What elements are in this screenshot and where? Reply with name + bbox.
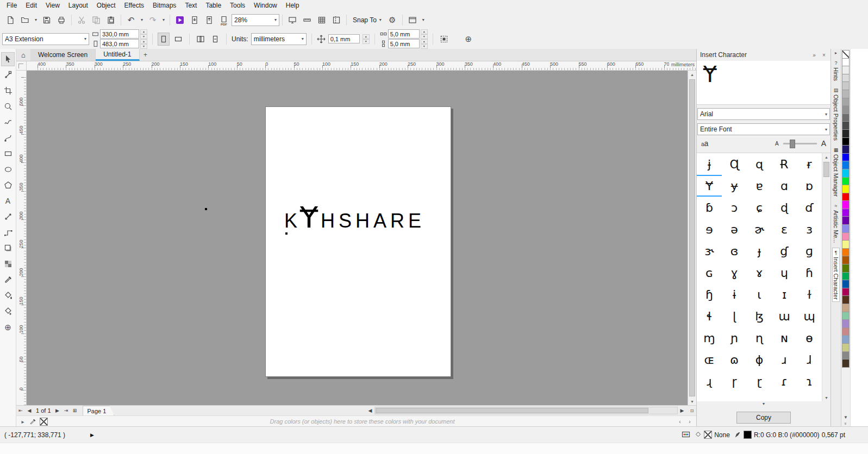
character-cell[interactable]: ɔ bbox=[722, 197, 747, 218]
first-page-button[interactable]: ⇤ bbox=[16, 408, 25, 413]
import-button[interactable] bbox=[188, 13, 202, 27]
palette-swatch[interactable] bbox=[842, 137, 850, 146]
character-cell[interactable]: ɵ bbox=[797, 327, 822, 349]
palette-swatch[interactable] bbox=[842, 90, 850, 98]
application-launcher-dropdown[interactable] bbox=[420, 13, 427, 27]
grid-scroll-thumb[interactable] bbox=[823, 162, 829, 177]
palette-swatch[interactable] bbox=[842, 351, 850, 360]
palette-swatch[interactable] bbox=[842, 359, 850, 368]
docker-tab[interactable]: ? Hints bbox=[833, 59, 839, 83]
palette-swatch[interactable] bbox=[842, 114, 850, 122]
page-width-spinner[interactable] bbox=[140, 29, 147, 39]
palette-swatch[interactable] bbox=[842, 129, 850, 138]
spin-up-icon[interactable] bbox=[140, 29, 147, 34]
palette-swatch[interactable] bbox=[842, 209, 850, 217]
character-cell[interactable]: ɭ bbox=[722, 305, 747, 327]
vertical-ruler[interactable]: 500450400350300250200150100500-50 bbox=[16, 71, 27, 405]
palette-expand-button[interactable]: » bbox=[842, 423, 849, 425]
palette-scroll-down-button[interactable]: ▼ bbox=[844, 414, 848, 420]
drawing-canvas[interactable]: K Ɏ HSHARE bbox=[27, 71, 688, 405]
character-cell[interactable]: ɲ bbox=[722, 327, 747, 349]
docker-tab[interactable]: ≈ Artistic Me... bbox=[833, 201, 839, 245]
character-cell[interactable]: ɿ bbox=[797, 370, 822, 392]
nudge-distance-input[interactable]: 0,1 mm bbox=[328, 34, 360, 43]
paste-button[interactable] bbox=[104, 13, 118, 27]
ellipse-tool[interactable] bbox=[1, 162, 15, 176]
parallel-dimension-tool[interactable] bbox=[1, 210, 15, 224]
zoom-tool[interactable] bbox=[1, 99, 15, 114]
drop-shadow-tool[interactable] bbox=[1, 241, 15, 255]
character-cell[interactable]: ɕ bbox=[747, 197, 772, 218]
character-cell[interactable]: ɖ bbox=[772, 197, 797, 218]
menu-item[interactable]: Window bbox=[249, 1, 282, 10]
artistic-media-tool[interactable] bbox=[1, 131, 15, 145]
duplicate-y-input[interactable]: 5,0 mm bbox=[388, 39, 420, 48]
palette-swatch[interactable] bbox=[842, 216, 850, 225]
character-cell[interactable]: ɍ bbox=[797, 153, 822, 175]
palette-swatch[interactable] bbox=[842, 185, 850, 193]
palette-swatch[interactable] bbox=[842, 264, 850, 273]
character-cell[interactable]: ɠ bbox=[772, 240, 797, 262]
character-cell[interactable]: ɷ bbox=[722, 349, 747, 370]
character-cell[interactable]: ɼ bbox=[722, 370, 747, 392]
character-cell[interactable]: ɺ bbox=[797, 349, 822, 370]
status-flyout-icon[interactable]: ▶ bbox=[90, 432, 94, 438]
character-cell[interactable]: ɩ bbox=[747, 283, 772, 305]
color-eyedropper-tool[interactable] bbox=[1, 273, 15, 287]
document-page[interactable]: K Ɏ HSHARE bbox=[265, 106, 451, 377]
scroll-right-button[interactable]: ▶ bbox=[678, 408, 686, 413]
spin-up-icon[interactable] bbox=[363, 34, 370, 39]
palette-swatch[interactable] bbox=[842, 335, 850, 344]
tab-welcome-screen[interactable]: Welcome Screen bbox=[30, 49, 96, 61]
crop-tool[interactable] bbox=[1, 84, 15, 98]
scroll-down-icon[interactable]: ▼ bbox=[688, 398, 696, 405]
character-cell[interactable]: ɒ bbox=[797, 175, 822, 197]
character-cell[interactable]: ɛ bbox=[772, 218, 797, 240]
spin-down-icon[interactable] bbox=[363, 39, 370, 44]
character-cell[interactable]: ɘ bbox=[697, 218, 722, 240]
save-button[interactable] bbox=[40, 13, 54, 27]
scroll-up-icon[interactable]: ▲ bbox=[688, 71, 696, 78]
quick-customize-button[interactable]: ⊕ bbox=[463, 33, 474, 46]
application-launcher-button[interactable] bbox=[405, 13, 420, 27]
character-cell[interactable]: ɞ bbox=[722, 240, 747, 262]
menu-item[interactable]: Table bbox=[201, 1, 226, 10]
duplicate-x-input[interactable]: 5,0 mm bbox=[388, 29, 420, 39]
horizontal-scroll-thumb[interactable] bbox=[376, 408, 648, 413]
menu-item[interactable]: Help bbox=[282, 1, 304, 10]
palette-scroll-right-button[interactable]: › bbox=[686, 419, 693, 425]
page-width-input[interactable]: 330,0 mm bbox=[100, 29, 139, 39]
character-cell[interactable]: ɐ bbox=[747, 175, 772, 197]
new-document-tab-button[interactable]: + bbox=[140, 49, 152, 61]
smart-fill-tool[interactable] bbox=[1, 304, 15, 318]
previous-page-button[interactable]: ◀ bbox=[25, 408, 34, 413]
copy-character-button[interactable]: Copy bbox=[736, 412, 791, 424]
text-tool[interactable]: A bbox=[1, 194, 15, 208]
open-dropdown[interactable] bbox=[33, 13, 39, 27]
palette-swatch[interactable] bbox=[842, 121, 850, 130]
undo-dropdown[interactable] bbox=[139, 13, 145, 27]
palette-swatch[interactable] bbox=[842, 224, 850, 233]
all-pages-button[interactable] bbox=[195, 33, 207, 46]
scroll-up-icon[interactable]: ▲ bbox=[822, 153, 830, 161]
palette-flyout-button[interactable]: ▸ bbox=[20, 419, 26, 425]
character-cell[interactable]: ə bbox=[722, 218, 747, 240]
undo-button[interactable]: ↶ bbox=[124, 13, 138, 27]
scroll-down-icon[interactable]: ▼ bbox=[822, 394, 830, 401]
menu-item[interactable]: Object bbox=[92, 1, 120, 10]
docker-float-button[interactable]: » bbox=[811, 52, 817, 58]
character-cell[interactable]: ɏ bbox=[722, 175, 747, 197]
docker-collapse-button[interactable]: ▸ bbox=[835, 51, 837, 55]
character-cell[interactable]: ɝ bbox=[697, 240, 722, 262]
character-cell[interactable]: ɗ bbox=[797, 197, 822, 218]
spin-down-icon[interactable] bbox=[140, 34, 147, 39]
character-grid-scrollbar[interactable]: ▲ ▼ bbox=[822, 153, 830, 401]
palette-swatch[interactable] bbox=[842, 177, 850, 186]
add-page-button[interactable]: ⊞ bbox=[71, 408, 79, 413]
export-button[interactable] bbox=[202, 13, 216, 27]
landscape-button[interactable] bbox=[172, 33, 184, 46]
palette-swatch[interactable] bbox=[842, 193, 850, 201]
palette-swatch[interactable] bbox=[842, 272, 850, 281]
palette-swatch[interactable] bbox=[842, 232, 850, 241]
rectangle-tool[interactable] bbox=[1, 147, 15, 161]
